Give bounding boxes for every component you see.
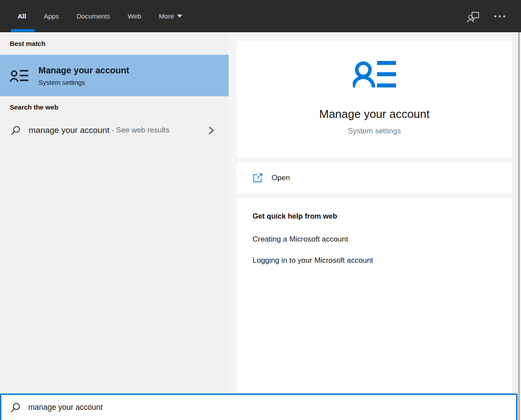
account-settings-icon	[10, 70, 28, 82]
open-action[interactable]: Open	[237, 163, 512, 193]
window-edge-strip	[512, 32, 521, 420]
tab-more-label: More	[159, 12, 174, 20]
tab-documents[interactable]: Documents	[76, 12, 110, 20]
tab-web[interactable]: Web	[128, 12, 141, 20]
best-match-result[interactable]: Manage your account System settings	[0, 55, 229, 96]
results-panel: Best match Manage your account System se…	[0, 32, 229, 394]
best-match-header: Best match	[10, 40, 45, 47]
search-icon	[10, 402, 21, 413]
open-action-label: Open	[272, 174, 290, 182]
web-suggestion-query: manage your account	[29, 125, 109, 135]
feedback-icon[interactable]	[466, 9, 480, 23]
ellipsis-icon[interactable]	[494, 15, 506, 18]
tab-web-label: Web	[128, 12, 141, 20]
search-filter-bar: All Apps Documents Web More	[0, 0, 521, 32]
web-suggestion-suffix: - See web results	[109, 126, 170, 135]
best-match-subtitle: System settings	[38, 79, 129, 86]
search-web-header: Search the web	[10, 103, 58, 111]
account-settings-icon	[353, 61, 396, 89]
preview-card: Manage your account System settings	[237, 41, 512, 158]
active-tab-indicator	[11, 29, 34, 32]
quick-help-item[interactable]: Logging in to your Microsoft account	[253, 256, 373, 265]
search-bar	[0, 394, 517, 420]
search-icon	[11, 125, 21, 136]
tab-apps[interactable]: Apps	[44, 12, 59, 20]
tab-documents-label: Documents	[76, 12, 110, 20]
tab-apps-label: Apps	[44, 12, 59, 20]
search-input[interactable]	[28, 403, 470, 412]
open-external-icon	[252, 173, 263, 183]
preview-title: Manage your account	[237, 107, 512, 121]
filter-tabs: All Apps Documents Web More	[0, 0, 521, 32]
chevron-down-icon	[177, 15, 182, 18]
quick-help-header: Get quick help from web	[253, 212, 337, 220]
web-suggestion-result[interactable]: manage your account - See web results	[0, 118, 229, 143]
quick-help-item[interactable]: Creating a Microsoft account	[253, 235, 348, 244]
tab-all-label: All	[18, 12, 26, 20]
quick-help-card: Get quick help from web Creating a Micro…	[237, 198, 512, 393]
chevron-right-icon	[208, 126, 214, 135]
best-match-title: Manage your account	[38, 65, 129, 76]
tab-all[interactable]: All	[18, 12, 26, 20]
window-edge-line	[518, 32, 520, 420]
tab-more[interactable]: More	[159, 12, 182, 20]
preview-subtitle: System settings	[237, 127, 512, 136]
